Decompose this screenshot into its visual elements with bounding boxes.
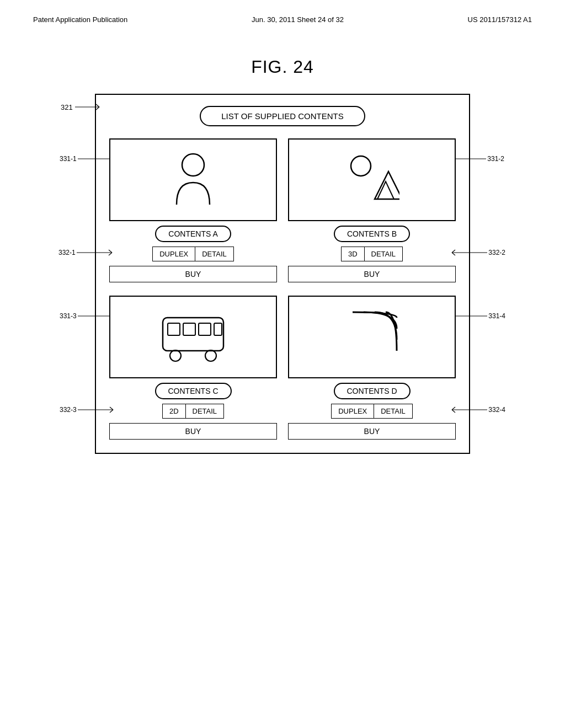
- buy-btn-d[interactable]: BUY: [288, 423, 456, 440]
- tag-row-a-wrapper: 332-1 DUPLEX DETAIL: [109, 247, 277, 261]
- train-icon: [160, 309, 226, 365]
- svg-line-2: [96, 107, 99, 110]
- tag-row-c: 2D DETAIL: [109, 404, 277, 419]
- svg-line-1: [96, 104, 99, 107]
- patent-header: Patent Application Publication Jun. 30, …: [0, 0, 565, 24]
- svg-line-9: [109, 253, 112, 255]
- duplex-btn-d[interactable]: DUPLEX: [331, 404, 374, 419]
- svg-rect-26: [214, 323, 222, 335]
- content-card-b: 331-2: [288, 138, 456, 282]
- diagram-area: 321 LIST OF SUPPLIED CONTENTS 331-1: [95, 94, 470, 454]
- tag-row-d: DUPLEX DETAIL: [288, 404, 456, 419]
- fan-icon: [342, 307, 402, 367]
- 2d-btn-c[interactable]: 2D: [162, 404, 186, 419]
- svg-point-28: [205, 350, 216, 361]
- tag-row-a: DUPLEX DETAIL: [109, 247, 277, 261]
- content-grid: 331-1 CONTENTS A: [109, 138, 456, 440]
- tag-row-d-wrapper: 332-4 DUPLEX DETAIL: [288, 404, 456, 419]
- label-331-2: 331-2: [447, 155, 504, 163]
- 3d-btn-b[interactable]: 3D: [341, 247, 365, 261]
- content-name-a: CONTENTS A: [155, 226, 231, 242]
- content-name-b: CONTENTS B: [334, 226, 410, 242]
- label-332-1: 332-1: [58, 249, 115, 256]
- list-title-button[interactable]: LIST OF SUPPLIED CONTENTS: [200, 106, 365, 126]
- duplex-btn-a[interactable]: DUPLEX: [152, 247, 195, 261]
- header-left: Patent Application Publication: [33, 15, 127, 24]
- buy-btn-c[interactable]: BUY: [109, 423, 277, 440]
- person-icon: [171, 149, 215, 210]
- svg-marker-15: [377, 181, 394, 199]
- tag-row-b-wrapper: 332-2 3D DETAIL: [288, 247, 456, 261]
- svg-line-8: [109, 250, 112, 253]
- tag-row-c-wrapper: 332-3 2D DETAIL: [109, 404, 277, 419]
- header-right: US 2011/157312 A1: [468, 15, 532, 24]
- svg-rect-23: [168, 323, 180, 335]
- content-name-c: CONTENTS C: [155, 383, 232, 399]
- svg-rect-24: [183, 323, 195, 335]
- landscape-icon: [344, 149, 399, 210]
- thumb-a: [109, 138, 277, 221]
- svg-line-36: [452, 407, 455, 410]
- svg-point-27: [170, 350, 181, 361]
- thumb-c: [109, 296, 277, 378]
- main-panel: LIST OF SUPPLIED CONTENTS 331-1: [95, 94, 470, 454]
- svg-line-37: [452, 410, 455, 413]
- thumb-d: [288, 296, 456, 378]
- header-middle: Jun. 30, 2011 Sheet 24 of 32: [252, 15, 344, 24]
- content-card-d: 331-4: [288, 296, 456, 440]
- label-331-4: 331-4: [449, 312, 505, 320]
- svg-line-18: [452, 253, 455, 255]
- svg-line-31: [110, 410, 113, 413]
- label-332-2: 332-2: [449, 249, 505, 256]
- label-331-3: 331-3: [60, 312, 116, 320]
- content-name-d: CONTENTS D: [334, 383, 411, 399]
- figure-title: FIG. 24: [0, 57, 565, 77]
- label-331-1: 331-1: [60, 155, 116, 163]
- svg-line-17: [452, 250, 455, 253]
- content-card-a: 331-1 CONTENTS A: [109, 138, 277, 282]
- svg-line-30: [110, 407, 113, 410]
- detail-btn-d[interactable]: DETAIL: [374, 404, 413, 419]
- buy-btn-a[interactable]: BUY: [109, 266, 277, 282]
- detail-btn-c[interactable]: DETAIL: [186, 404, 225, 419]
- svg-point-6: [182, 154, 204, 176]
- label-332-4: 332-4: [449, 406, 505, 414]
- detail-btn-a[interactable]: DETAIL: [195, 247, 234, 261]
- svg-rect-25: [199, 323, 211, 335]
- label-321: 321: [61, 103, 103, 111]
- thumb-b: [288, 138, 456, 221]
- content-card-c: 331-3: [109, 296, 277, 440]
- label-332-3: 332-3: [60, 406, 116, 414]
- svg-point-13: [351, 156, 371, 176]
- buy-btn-b[interactable]: BUY: [288, 266, 456, 282]
- tag-row-b: 3D DETAIL: [288, 247, 456, 261]
- detail-btn-b[interactable]: DETAIL: [365, 247, 403, 261]
